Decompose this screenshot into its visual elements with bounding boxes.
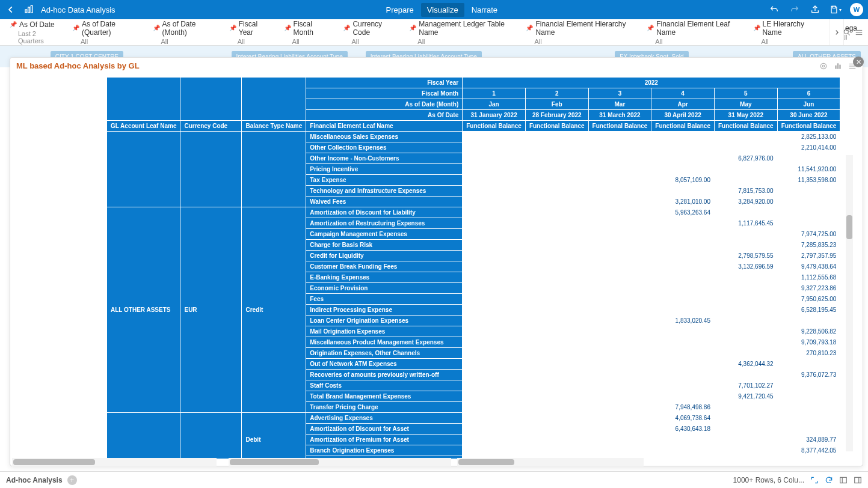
pin-icon: 📌 [526, 25, 533, 31]
target-icon[interactable] [819, 62, 828, 70]
filter-value: All [526, 38, 631, 45]
pin-icon: 📌 [153, 25, 160, 31]
hscroll-2[interactable] [229, 458, 451, 466]
hscroll-1[interactable] [12, 458, 217, 466]
filter-label: As of Date (Month) [162, 20, 214, 37]
filter-le-hierarchy-name[interactable]: 📌LE Hierarchy NameAll [748, 19, 827, 45]
footer-bar: Ad-hoc Analysis + 1000+ Rows, 6 Colu... [0, 471, 868, 488]
filter-value: All [409, 38, 510, 45]
filter-label: Fiscal Year [239, 20, 268, 37]
page-title: Ad-hoc Data Analysis [41, 5, 115, 14]
panel-title: ML based Ad-hoc Analysis by GL [16, 61, 140, 70]
svg-line-5 [848, 33, 850, 35]
svg-rect-17 [840, 477, 847, 483]
pin-icon: 📌 [647, 25, 654, 31]
panel-close-button[interactable]: ✕ [853, 56, 864, 67]
svg-rect-8 [856, 34, 863, 34]
share-button[interactable] [809, 4, 821, 16]
pin-icon: 📌 [229, 25, 236, 31]
chart-icon [23, 4, 35, 16]
layout-left-icon[interactable] [839, 476, 848, 484]
pin-icon: 📌 [753, 25, 760, 31]
svg-rect-0 [25, 10, 27, 13]
filter-search-icon[interactable] [843, 28, 851, 37]
mode-tab-visualize[interactable]: Visualize [421, 3, 464, 17]
filter-label: Fiscal Month [294, 20, 328, 37]
filter-label: Currency Code [352, 20, 393, 37]
filter-currency-code[interactable]: 📌Currency CodeAll [338, 19, 404, 45]
status-text: 1000+ Rows, 6 Colu... [733, 476, 804, 484]
undo-button[interactable] [768, 4, 780, 16]
pin-icon: 📌 [72, 25, 79, 31]
user-avatar[interactable]: W [850, 3, 863, 16]
svg-rect-11 [835, 65, 836, 69]
layout-right-icon[interactable] [854, 476, 862, 484]
svg-rect-16 [849, 67, 856, 68]
filter-financial-element-leaf-name[interactable]: 📌Financial Element Leaf NameAll [642, 19, 748, 45]
svg-rect-19 [855, 477, 861, 483]
table-row[interactable]: ALL OTHER ASSETSEURCreditAmortization of… [107, 207, 840, 218]
table-row[interactable]: Miscellaneous Sales Expenses2,825,133.00 [107, 132, 840, 142]
filter-label: Management Ledger Table Name [419, 20, 510, 37]
filter-value: All [343, 38, 393, 45]
svg-point-10 [822, 65, 825, 67]
filter-label: As Of Date [19, 20, 55, 29]
filter-value: Last 2 Quarters [10, 30, 57, 44]
app-header: Ad-hoc Data Analysis PrepareVisualizeNar… [0, 0, 868, 19]
filter-as-of-date-month-[interactable]: 📌As of Date (Month)All [148, 19, 224, 45]
refresh-icon[interactable] [825, 476, 833, 484]
add-sheet-button[interactable]: + [67, 475, 77, 485]
filter-fiscal-month[interactable]: 📌Fiscal MonthAll [279, 19, 339, 45]
pin-icon: 📌 [409, 25, 416, 31]
svg-rect-7 [856, 32, 863, 32]
filter-label: Financial Element Leaf Name [656, 20, 737, 37]
svg-rect-12 [837, 63, 839, 69]
svg-point-9 [820, 63, 826, 69]
filter-label: LE Hierarchy Name [763, 20, 816, 37]
filter-value: All [153, 38, 214, 45]
filter-financial-element-hierarchy-name[interactable]: 📌Financial Element Hierarchy NameAll [521, 19, 642, 45]
filter-label: Financial Element Hierarchy Name [535, 20, 631, 37]
svg-rect-2 [31, 5, 32, 13]
filter-fiscal-year[interactable]: 📌Fiscal YearAll [224, 19, 279, 45]
filter-menu-icon[interactable] [855, 28, 863, 37]
filter-value: All [229, 38, 268, 45]
sheet-tab[interactable]: Ad-hoc Analysis [6, 476, 63, 484]
filter-value: All [72, 38, 137, 45]
pin-icon: 📌 [343, 25, 350, 31]
mode-tab-narrate[interactable]: Narrate [466, 3, 503, 17]
filter-value: All [284, 38, 328, 45]
chart-type-icon[interactable] [834, 62, 842, 70]
save-button[interactable]: ▾ [830, 4, 842, 16]
svg-rect-13 [839, 64, 840, 69]
filter-value: All [753, 38, 816, 45]
pin-icon: 📌 [284, 25, 291, 31]
filter-management-ledger-table-name[interactable]: 📌Management Ledger Table NameAll [404, 19, 521, 45]
filter-value: All [647, 38, 737, 45]
expand-icon[interactable] [810, 476, 819, 484]
filter-as-of-date-quarter-[interactable]: 📌As of Date (Quarter)All [67, 19, 148, 45]
filter-label: As of Date (Quarter) [82, 20, 137, 37]
redo-button[interactable] [789, 4, 801, 16]
mode-tab-prepare[interactable]: Prepare [380, 3, 420, 17]
back-button[interactable] [5, 4, 17, 16]
svg-rect-1 [28, 7, 30, 13]
pivot-table[interactable]: Fiscal Year2022Fiscal Month123456As of D… [106, 77, 840, 459]
svg-rect-6 [856, 29, 863, 30]
hscroll-3[interactable] [457, 458, 644, 466]
filter-bar: 📌As Of DateLast 2 Quarters📌As of Date (Q… [0, 19, 868, 46]
analysis-panel: ✕ ML based Ad-hoc Analysis by GL Fiscal … [10, 57, 863, 466]
vertical-scrollbar[interactable] [846, 155, 853, 451]
table-row[interactable]: DebitAdvertising Expenses4,069,738.64 [107, 413, 840, 424]
pin-icon: 📌 [10, 21, 17, 28]
filter-as-of-date[interactable]: 📌As Of DateLast 2 Quarters [5, 19, 67, 45]
svg-rect-3 [833, 6, 836, 8]
